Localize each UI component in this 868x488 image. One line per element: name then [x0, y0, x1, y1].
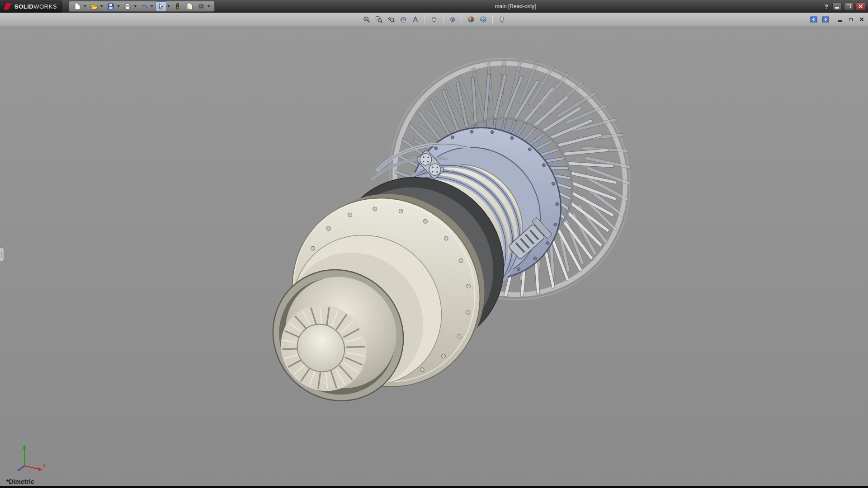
zoom-area-icon: [375, 16, 382, 23]
restore-icon: [847, 5, 851, 8]
document-title: main [Read-only]: [495, 3, 536, 9]
apply-scene-button[interactable]: [478, 14, 489, 25]
display-style-icon: [449, 16, 456, 23]
print-icon: [124, 3, 131, 10]
undo-dropdown-arrow[interactable]: [151, 5, 153, 7]
toggle-right-pane-button[interactable]: [820, 14, 831, 25]
titlebar: SOLIDWORKS main [Read-only] ?: [0, 0, 868, 13]
solidworks-logo: SOLIDWORKS: [0, 0, 62, 13]
restore-button[interactable]: [844, 3, 854, 10]
doc-restore-button[interactable]: [847, 16, 855, 23]
pane-left-icon: [810, 16, 817, 23]
rebuild-icon: [174, 3, 181, 10]
toolbar-separator: [443, 15, 443, 23]
doc-close-button[interactable]: [858, 16, 866, 23]
toolbar-separator: [462, 15, 462, 23]
zoom-to-fit-button[interactable]: [361, 14, 372, 25]
orientation-triad: x: [12, 441, 50, 474]
edit-appearance-icon: [467, 16, 475, 23]
new-dropdown-arrow[interactable]: [84, 5, 86, 7]
solidworks-window: SOLIDWORKS main [Read-only] ?: [0, 0, 868, 488]
triad-z-axis: [18, 466, 24, 471]
triad-x-axis: [24, 466, 39, 469]
titlebar-controls: ?: [823, 0, 865, 13]
pane-right-icon: [822, 16, 829, 23]
rebuild-button[interactable]: [172, 1, 183, 11]
undo-icon: [141, 3, 148, 10]
annotation-views-button[interactable]: [410, 14, 421, 25]
zoom-to-area-button[interactable]: [373, 14, 384, 25]
view-orientation-label: *Dimetric: [6, 478, 34, 485]
apply-scene-icon: [480, 16, 487, 23]
toolbar-separator: [425, 15, 425, 23]
print-button[interactable]: [122, 1, 133, 11]
undo-button[interactable]: [139, 1, 150, 11]
annotation-views-icon: [412, 16, 419, 23]
heads-up-toolbar-bar: [0, 13, 868, 26]
minimize-button[interactable]: [832, 3, 842, 10]
bottom-strip: [0, 486, 868, 488]
turbine-engine-model[interactable]: [0, 26, 868, 486]
file-properties-button[interactable]: [184, 1, 195, 11]
display-style-button[interactable]: [447, 14, 458, 25]
doc-restore-icon: [849, 18, 853, 21]
save-icon: [107, 3, 114, 10]
logo-text-light: WORKS: [33, 3, 57, 10]
solidworks-logo-icon: [4, 3, 12, 10]
save-button[interactable]: [105, 1, 116, 11]
pane-toggles: [808, 14, 831, 25]
engine-assembly: [246, 26, 679, 427]
feature-panel-splitter[interactable]: [0, 248, 4, 261]
section-view-button[interactable]: [398, 14, 409, 25]
previous-view-icon: [387, 16, 395, 23]
file-properties-icon: [186, 3, 193, 10]
select-dropdown-arrow[interactable]: [167, 5, 170, 7]
logo-text-bold: SOLID: [14, 3, 33, 10]
triad-x-label: x: [42, 462, 46, 468]
view-settings-button[interactable]: [496, 14, 507, 25]
doc-minimize-icon: [838, 20, 842, 22]
view-orientation-button[interactable]: [429, 14, 439, 25]
edit-appearance-button[interactable]: [466, 14, 476, 25]
solidworks-logo-text: SOLIDWORKS: [14, 3, 57, 10]
help-button[interactable]: ?: [823, 3, 830, 10]
open-icon: [90, 3, 98, 10]
previous-view-button[interactable]: [386, 14, 396, 25]
new-icon: [74, 3, 81, 10]
close-icon: [858, 4, 863, 9]
new-button[interactable]: [72, 1, 83, 11]
main-toolbar: [69, 1, 215, 12]
doc-minimize-button[interactable]: [836, 16, 844, 23]
section-view-icon: [400, 16, 407, 23]
close-button[interactable]: [856, 3, 865, 10]
heads-up-view-toolbar: [361, 14, 507, 25]
print-dropdown-arrow[interactable]: [134, 5, 137, 7]
select-button[interactable]: [156, 1, 166, 11]
toolbar-separator: [492, 15, 493, 23]
options-button[interactable]: [196, 1, 207, 11]
doc-close-icon: [859, 17, 864, 22]
open-button[interactable]: [89, 1, 99, 11]
minimize-icon: [835, 7, 839, 9]
options-dropdown-arrow[interactable]: [208, 5, 210, 7]
toggle-left-pane-button[interactable]: [808, 14, 819, 25]
document-window-controls: [808, 13, 866, 26]
select-cursor-icon: [157, 3, 165, 10]
view-orientation-icon: [430, 16, 438, 23]
view-settings-icon: [498, 16, 505, 23]
save-dropdown-arrow[interactable]: [117, 5, 120, 7]
options-icon: [198, 3, 205, 10]
graphics-viewport[interactable]: x *Dimetric: [0, 26, 868, 486]
open-dropdown-arrow[interactable]: [100, 5, 103, 7]
triad-x-arrowhead: [38, 467, 42, 471]
zoom-fit-icon: [363, 16, 370, 23]
triad-y-arrowhead: [23, 445, 26, 449]
